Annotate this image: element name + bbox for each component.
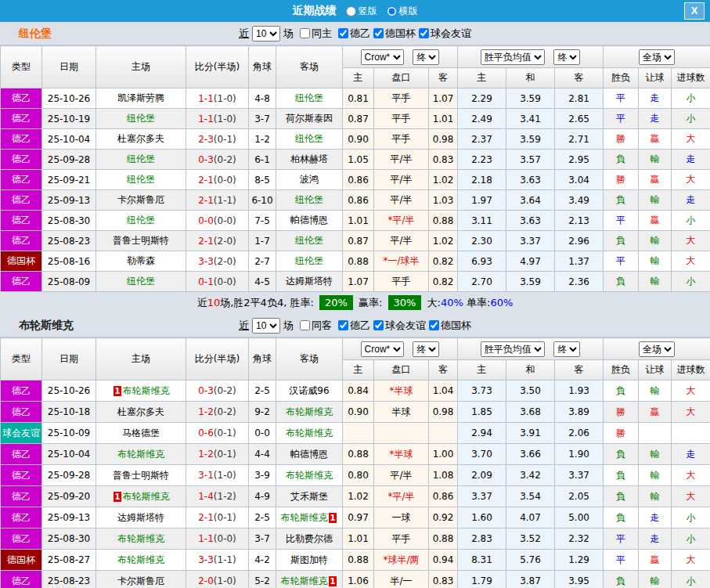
- same-venue-checkbox[interactable]: 同客: [297, 319, 332, 333]
- cell-euro-away: 3.95: [555, 571, 604, 588]
- cell-winloss: 負: [604, 190, 639, 211]
- scope-select[interactable]: 全场: [639, 49, 675, 65]
- cell-corners: 6-1: [249, 150, 276, 170]
- cell-asian-line: 平手: [374, 528, 429, 550]
- cell-away-team: 荷尔斯泰因: [276, 109, 343, 129]
- cell-winloss: 平: [604, 550, 639, 571]
- cell-away-team: 纽伦堡: [276, 190, 343, 211]
- cell-winloss: 負: [604, 571, 639, 588]
- col-euro-draw: 和: [506, 360, 555, 381]
- cell-winloss: 負: [604, 272, 639, 292]
- same-venue-checkbox[interactable]: 同主: [297, 27, 332, 41]
- col-handicap: 让球: [639, 360, 672, 381]
- cell-handicap: 輸: [639, 444, 672, 465]
- avg-select[interactable]: 胜平负均值: [481, 341, 545, 357]
- cell-corners: 4-2: [249, 550, 276, 571]
- cell-score: 2-1(0-0): [186, 170, 249, 190]
- team-label: 卡尔斯鲁厄: [117, 575, 164, 586]
- cell-asian-line: 平/半: [374, 190, 429, 211]
- cell-date: 25-10-26: [42, 381, 96, 402]
- col-winloss: 胜负: [604, 68, 639, 88]
- outcome-group: 全场: [604, 46, 710, 68]
- bookmaker-select[interactable]: Crow*: [361, 341, 404, 357]
- cell-winloss: 勝: [604, 423, 639, 444]
- same-venue-input[interactable]: [300, 28, 310, 38]
- team1-results-table: 类型 日期 主场 比分(半场) 角球 客场 Crow* 终 胜平负均值 终 全场…: [0, 45, 710, 292]
- match-row: 德乙25-09-28纽伦堡0-3(0-2)6-1柏林赫塔1.05平/半0.832…: [1, 150, 710, 170]
- cell-euro-away: 2.81: [555, 88, 604, 109]
- cell-winloss: 負: [604, 465, 639, 486]
- cell-league: 德乙: [1, 190, 42, 211]
- avg-select[interactable]: 胜平负均值: [481, 49, 545, 65]
- cell-winloss: 負: [604, 150, 639, 170]
- cell-league: 德乙: [1, 402, 42, 423]
- horizontal-radio-input[interactable]: [387, 6, 397, 16]
- match-count-select[interactable]: 10: [252, 318, 280, 334]
- col-date: 日期: [42, 46, 96, 88]
- match-row: 德乙25-09-28普鲁士明斯特3-1(1-0)3-9布轮斯维克0.80平/半1…: [1, 465, 710, 486]
- cell-euro-away: 2.95: [555, 150, 604, 170]
- team-label: 布轮斯维克: [122, 491, 169, 502]
- cell-date: 25-08-23: [42, 571, 96, 588]
- league-filters: 德乙球会友谊德国杯: [335, 319, 471, 333]
- bookmaker-select[interactable]: Crow*: [361, 49, 404, 65]
- league-checkbox-input[interactable]: [373, 320, 384, 330]
- league-checkbox-input[interactable]: [338, 320, 348, 330]
- league-checkbox-input[interactable]: [373, 28, 384, 38]
- cell-league: 德国杯: [1, 251, 42, 272]
- cell-date: 25-09-28: [42, 465, 96, 486]
- layout-vertical-radio[interactable]: 竖版: [341, 5, 377, 18]
- layout-horizontal-radio[interactable]: 横版: [382, 5, 418, 18]
- league-checkbox-德乙[interactable]: 德乙: [335, 319, 370, 333]
- same-venue-input[interactable]: [300, 320, 310, 330]
- league-checkbox-球会友谊[interactable]: 球会友谊: [370, 319, 426, 333]
- avg-time-select[interactable]: 终: [553, 341, 580, 357]
- near-link[interactable]: 近: [239, 319, 249, 333]
- close-button[interactable]: X: [684, 2, 705, 20]
- odds-time-select[interactable]: 终: [413, 49, 439, 65]
- match-count-select[interactable]: 10: [252, 26, 280, 41]
- near-link[interactable]: 近: [239, 27, 249, 41]
- cell-score: 0-0(0-0): [186, 211, 249, 231]
- odds-time-select[interactable]: 终: [413, 341, 439, 357]
- cell-score: 2-3(0-1): [186, 129, 249, 150]
- cell-euro-away: 1.37: [555, 251, 604, 272]
- cell-handicap: 走: [639, 528, 672, 550]
- league-checkbox-德乙[interactable]: 德乙: [335, 27, 370, 41]
- cell-winloss: 勝: [604, 129, 639, 150]
- cell-date: 25-09-13: [42, 190, 96, 211]
- league-checkbox-德国杯[interactable]: 德国杯: [426, 319, 471, 333]
- vertical-radio-input[interactable]: [346, 6, 356, 16]
- team1-filter-row: 纽伦堡 近 10 场 同主 德乙德国杯球会友谊: [0, 22, 710, 45]
- cell-score: 3-3(1-1): [186, 550, 249, 571]
- cell-home-team: 纽伦堡: [96, 150, 186, 170]
- scope-select[interactable]: 全场: [639, 341, 675, 357]
- cell-asian-line: 平/半: [374, 150, 429, 170]
- cell-score: 0-1(0-0): [186, 272, 249, 292]
- league-checkbox-input[interactable]: [429, 320, 439, 330]
- cell-asian-home: 0.88: [343, 251, 374, 272]
- avg-time-select[interactable]: 终: [553, 49, 580, 65]
- cell-score: 1-2(0-1): [186, 444, 249, 465]
- cell-asian-line: 半/一: [374, 571, 429, 588]
- team-label: 比勒费尔德: [286, 533, 333, 544]
- cell-euro-draw: 3.50: [506, 381, 555, 402]
- match-row: 德国杯25-08-27布轮斯维克3-3(1-1)4-2斯图加特0.88*球半/两…: [1, 550, 710, 571]
- outcome-group: 全场: [604, 338, 710, 360]
- league-checkbox-德国杯[interactable]: 德国杯: [370, 27, 416, 41]
- cell-asian-home: 1.01: [343, 211, 374, 231]
- cell-corners: 0-0: [249, 423, 276, 444]
- cell-corners: 2-5: [249, 381, 276, 402]
- league-checkbox-球会友谊[interactable]: 球会友谊: [416, 27, 471, 41]
- cell-score: 2-1(2-0): [186, 231, 249, 251]
- cell-asian-line: 平手: [374, 129, 429, 150]
- cell-asian-home: 0.90: [343, 129, 374, 150]
- cell-score: 3-1(1-0): [186, 465, 249, 486]
- red-card-badge: 1: [114, 492, 122, 502]
- cell-asian-line: *平/半: [374, 211, 429, 231]
- league-checkbox-input[interactable]: [419, 28, 429, 38]
- col-goals: 进球数: [672, 360, 710, 381]
- cell-winloss: 勝: [604, 170, 639, 190]
- league-checkbox-input[interactable]: [338, 28, 348, 38]
- col-euro-home: 主: [458, 360, 506, 381]
